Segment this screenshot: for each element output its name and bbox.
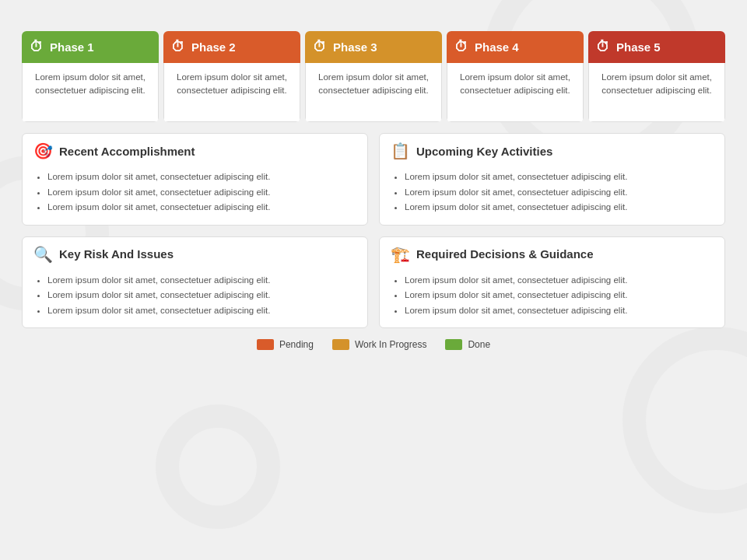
- phase-body-phase3: Lorem ipsum dolor sit amet, consectetuer…: [305, 63, 442, 122]
- section-header-recent-accomplishment: 🎯Recent Accomplishment: [23, 134, 367, 165]
- phases-row: ⏱Phase 1Lorem ipsum dolor sit amet, cons…: [22, 31, 725, 122]
- list-item: Lorem ipsum dolor sit amet, consectetuer…: [405, 288, 714, 303]
- section-header-upcoming-key-activities: 📋Upcoming Key Activities: [380, 134, 724, 165]
- legend-label: Work In Progress: [355, 339, 426, 350]
- section-header-required-decisions: 🏗️Required Decisions & Guidance: [380, 237, 724, 268]
- section-title-key-risk-issues: Key Risk And Issues: [59, 247, 174, 261]
- section-title-recent-accomplishment: Recent Accomplishment: [59, 145, 195, 158]
- timer-icon-phase1: ⏱: [30, 39, 44, 55]
- list-item: Lorem ipsum dolor sit amet, consectetuer…: [405, 170, 714, 185]
- legend-item-work-in-progress: Work In Progress: [332, 339, 426, 350]
- legend-color-box: [257, 339, 274, 350]
- list-item: Lorem ipsum dolor sit amet, consectetuer…: [405, 185, 714, 201]
- phase-header-phase4: ⏱Phase 4: [447, 31, 584, 63]
- timer-icon-phase3: ⏱: [313, 39, 327, 55]
- phase-header-phase5: ⏱Phase 5: [588, 31, 725, 63]
- list-item: Lorem ipsum dolor sit amet, consectetuer…: [47, 185, 356, 201]
- legend-label: Pending: [279, 339, 314, 350]
- section-icon-recent-accomplishment: 🎯: [33, 142, 53, 160]
- legend-color-box: [332, 339, 349, 350]
- phase-header-phase3: ⏱Phase 3: [305, 31, 442, 63]
- phase-label-phase5: Phase 5: [616, 40, 661, 54]
- section-content-required-decisions: Lorem ipsum dolor sit amet, consectetuer…: [380, 268, 724, 328]
- phase-label-phase1: Phase 1: [50, 40, 94, 54]
- section-box-recent-accomplishment: 🎯Recent AccomplishmentLorem ipsum dolor …: [22, 133, 368, 226]
- timer-icon-phase4: ⏱: [454, 39, 468, 55]
- list-item: Lorem ipsum dolor sit amet, consectetuer…: [47, 200, 356, 215]
- section-box-upcoming-key-activities: 📋Upcoming Key ActivitiesLorem ipsum dolo…: [379, 133, 725, 226]
- phase-label-phase3: Phase 3: [333, 40, 377, 54]
- section-content-recent-accomplishment: Lorem ipsum dolor sit amet, consectetuer…: [23, 165, 367, 225]
- legend-item-done: Done: [445, 339, 490, 350]
- phase-label-phase4: Phase 4: [475, 40, 519, 54]
- bottom-sections: 🎯Recent AccomplishmentLorem ipsum dolor …: [22, 133, 725, 328]
- phase-body-phase2: Lorem ipsum dolor sit amet, consectetuer…: [163, 63, 300, 122]
- timer-icon-phase2: ⏱: [171, 39, 185, 55]
- phase-card-phase4: ⏱Phase 4Lorem ipsum dolor sit amet, cons…: [447, 31, 584, 122]
- section-icon-upcoming-key-activities: 📋: [391, 142, 410, 160]
- phase-card-phase1: ⏱Phase 1Lorem ipsum dolor sit amet, cons…: [22, 31, 159, 122]
- phase-label-phase2: Phase 2: [191, 40, 236, 54]
- section-icon-required-decisions: 🏗️: [391, 245, 410, 264]
- list-item: Lorem ipsum dolor sit amet, consectetuer…: [47, 288, 356, 303]
- section-title-required-decisions: Required Decisions & Guidance: [416, 247, 594, 261]
- section-content-key-risk-issues: Lorem ipsum dolor sit amet, consectetuer…: [23, 268, 367, 328]
- phase-body-phase1: Lorem ipsum dolor sit amet, consectetuer…: [22, 63, 159, 122]
- section-title-upcoming-key-activities: Upcoming Key Activities: [416, 145, 552, 158]
- timer-icon-phase5: ⏱: [596, 39, 610, 55]
- list-item: Lorem ipsum dolor sit amet, consectetuer…: [47, 303, 356, 319]
- legend-item-pending: Pending: [257, 339, 314, 350]
- section-header-key-risk-issues: 🔍Key Risk And Issues: [23, 237, 367, 268]
- phase-card-phase2: ⏱Phase 2Lorem ipsum dolor sit amet, cons…: [163, 31, 300, 122]
- phase-card-phase3: ⏱Phase 3Lorem ipsum dolor sit amet, cons…: [305, 31, 442, 122]
- legend-label: Done: [468, 339, 490, 350]
- legend: PendingWork In ProgressDone: [22, 339, 725, 350]
- section-box-key-risk-issues: 🔍Key Risk And IssuesLorem ipsum dolor si…: [22, 236, 368, 329]
- legend-color-box: [445, 339, 462, 350]
- list-item: Lorem ipsum dolor sit amet, consectetuer…: [405, 200, 714, 215]
- section-box-required-decisions: 🏗️Required Decisions & GuidanceLorem ips…: [379, 236, 725, 329]
- phase-header-phase1: ⏱Phase 1: [22, 31, 159, 63]
- phase-header-phase2: ⏱Phase 2: [163, 31, 300, 63]
- section-content-upcoming-key-activities: Lorem ipsum dolor sit amet, consectetuer…: [380, 165, 724, 225]
- phase-body-phase4: Lorem ipsum dolor sit amet, consectetuer…: [447, 63, 584, 122]
- phase-card-phase5: ⏱Phase 5Lorem ipsum dolor sit amet, cons…: [588, 31, 725, 122]
- list-item: Lorem ipsum dolor sit amet, consectetuer…: [47, 273, 356, 289]
- section-icon-key-risk-issues: 🔍: [33, 245, 53, 264]
- phase-body-phase5: Lorem ipsum dolor sit amet, consectetuer…: [588, 63, 725, 122]
- list-item: Lorem ipsum dolor sit amet, consectetuer…: [405, 303, 714, 319]
- list-item: Lorem ipsum dolor sit amet, consectetuer…: [47, 170, 356, 185]
- list-item: Lorem ipsum dolor sit amet, consectetuer…: [405, 273, 714, 289]
